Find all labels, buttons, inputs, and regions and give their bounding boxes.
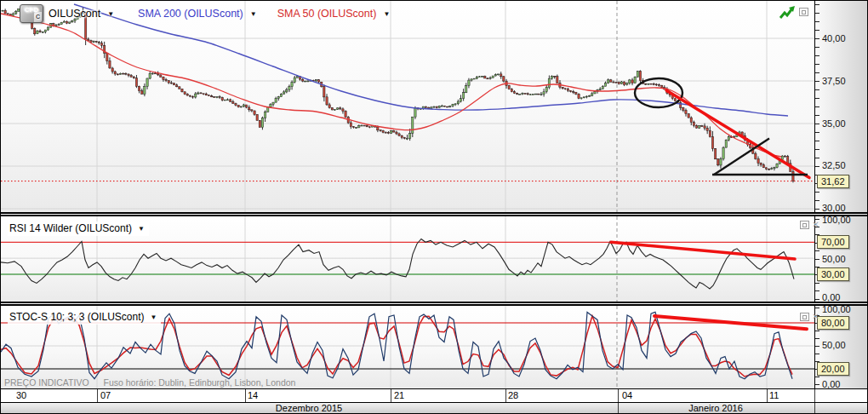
time-axis-divider	[505, 389, 506, 402]
stoc-axis-label: 50,00	[822, 340, 846, 350]
price-axis-label: 30,00	[822, 203, 846, 213]
axis-tick	[815, 4, 819, 5]
time-axis-row[interactable]: 30071421280411	[1, 388, 868, 403]
axis-tick	[815, 259, 819, 260]
instrument-dropdown-icon[interactable]: ▼	[107, 10, 114, 18]
status-bar: PREÇO INDICATIVO Fuso horário: Dublin, E…	[4, 377, 307, 388]
stoc-level-badge: 80,00	[817, 316, 849, 330]
sma50-label[interactable]: SMA 50 (OILUScont)	[277, 8, 377, 20]
panel-separator[interactable]	[1, 302, 868, 306]
month-divider	[618, 403, 619, 414]
axis-tick	[815, 47, 819, 48]
axis-tick	[815, 192, 819, 193]
indicative-price-label: PREÇO INDICATIVO	[4, 377, 89, 388]
rsi-axis-label: 50,00	[822, 254, 846, 264]
axis-tick	[815, 98, 819, 99]
axis-tick	[815, 115, 819, 116]
axis-tick	[815, 283, 819, 284]
stoc-title[interactable]: STOC-S 10; 3; 3 (OILUScont)	[9, 311, 145, 323]
axis-tick	[815, 346, 819, 347]
sma50-dropdown-icon[interactable]: ▼	[383, 10, 390, 18]
month-label: Janeiro 2016	[688, 403, 743, 414]
time-axis-divider	[767, 389, 768, 402]
axis-tick	[815, 64, 819, 65]
time-axis-divider	[97, 389, 98, 402]
axis-tick	[815, 354, 819, 354]
axis-tick	[815, 331, 819, 331]
axis-tick	[815, 72, 819, 73]
month-divider	[814, 403, 815, 414]
rsi-header: RSI 14 Wilder (OILUScont) ▼	[8, 221, 149, 236]
axis-tick	[815, 38, 819, 39]
rsi-title[interactable]: RSI 14 Wilder (OILUScont)	[9, 222, 132, 234]
stoc-restore-icon[interactable]	[800, 313, 809, 321]
axis-tick	[815, 290, 819, 291]
time-axis-label: 14	[248, 390, 258, 400]
axis-tick	[815, 158, 819, 158]
trading-chart-window: CFD C OILUScont ▼ SMA 200 (OILUScont) ▼ …	[0, 0, 868, 414]
main-price-panel[interactable]	[1, 1, 814, 212]
time-axis-label: 28	[508, 390, 518, 400]
red-trendline-annotation	[666, 90, 809, 178]
stoc-level-badge: 20,00	[817, 362, 849, 376]
axis-tick	[815, 21, 819, 22]
rsi-restore-icon[interactable]	[800, 221, 809, 229]
instrument-label[interactable]: OILUScont	[49, 8, 100, 20]
timezone-label: Fuso horário: Dublin, Edinburgh, Lisbon,…	[104, 377, 296, 388]
rsi-line	[1, 239, 794, 290]
time-axis-label: 11	[769, 390, 779, 400]
stoc-axis-label: 0,00	[822, 379, 840, 389]
axis-tick	[815, 89, 819, 90]
rsi-axis-label: 0,00	[822, 292, 840, 302]
axis-tick	[815, 30, 819, 31]
month-label: Dezembro 2015	[276, 403, 342, 414]
axis-tick	[815, 209, 819, 210]
axis-tick	[815, 299, 819, 300]
stoc-dropdown-icon[interactable]: ▼	[151, 313, 157, 321]
rsi-dropdown-icon[interactable]: ▼	[138, 225, 145, 233]
axis-tick	[815, 166, 819, 167]
price-axis-label: 37,50	[822, 76, 846, 86]
time-axis-label: 21	[394, 390, 404, 400]
sma200-label[interactable]: SMA 200 (OILUScont)	[138, 8, 243, 20]
rsi-red-trendline-annotation	[611, 242, 795, 259]
panel-separator[interactable]	[1, 212, 868, 216]
time-axis-divider	[814, 389, 815, 402]
rsi-level-badge: 70,00	[817, 235, 849, 249]
axis-tick	[815, 200, 819, 201]
last-price-badge: 31,62	[817, 175, 849, 188]
axis-tick	[815, 141, 819, 141]
time-axis-divider	[245, 389, 246, 402]
rsi-level-badge: 30,00	[817, 267, 849, 281]
cfd-icon-sub: C	[34, 12, 42, 22]
axis-tick	[815, 250, 819, 251]
axis-tick	[815, 13, 819, 14]
price-axis-label: 40,00	[822, 33, 846, 43]
main-chart-svg[interactable]	[1, 1, 814, 212]
price-axis-label: 35,00	[822, 118, 846, 129]
time-axis-label: 30	[16, 390, 26, 400]
axis-tick	[815, 55, 819, 56]
chart-header: CFD C OILUScont ▼ SMA 200 (OILUScont) ▼ …	[20, 4, 390, 23]
instrument-cfd-icon: CFD C	[20, 4, 43, 23]
price-axis-label: 32,50	[822, 160, 846, 170]
axis-tick	[815, 384, 819, 385]
time-axis-divider	[391, 389, 391, 402]
axis-tick	[815, 338, 819, 339]
time-axis-divider	[618, 389, 619, 402]
axis-tick	[815, 132, 819, 133]
axis-tick	[815, 124, 819, 124]
stoc-header: STOC-S 10; 3; 3 (OILUScont) ▼	[8, 310, 161, 325]
rsi-close-icon[interactable]: ✕	[811, 221, 820, 229]
axis-tick	[815, 308, 819, 308]
value-axis[interactable]: 40,0037,5035,0032,5030,00100,0050,000,00…	[814, 1, 868, 388]
axis-tick	[815, 149, 819, 150]
axis-tick	[815, 106, 819, 107]
month-axis-row[interactable]: Dezembro 2015Janeiro 2016	[1, 403, 868, 414]
time-axis-label: 07	[100, 390, 111, 400]
axis-tick	[815, 81, 819, 82]
time-axis-label: 04	[622, 390, 632, 400]
restore-window-icon[interactable]	[799, 8, 808, 16]
stoc-close-icon[interactable]: ✕	[811, 313, 820, 321]
sma200-dropdown-icon[interactable]: ▼	[250, 10, 257, 18]
